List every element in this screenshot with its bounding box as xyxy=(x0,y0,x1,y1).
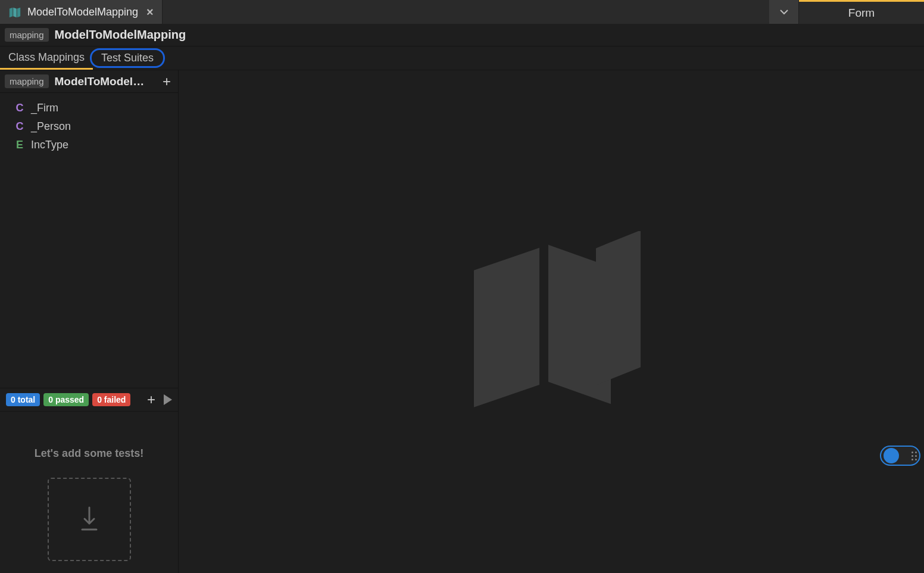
empty-tests-panel: Let's add some tests! xyxy=(0,412,178,573)
editor-tab[interactable]: ModelToModelMapping × xyxy=(0,0,163,24)
class-item-person[interactable]: C _Person xyxy=(8,117,170,136)
sidebar-type-badge: mapping xyxy=(5,74,49,88)
class-item-label: _Firm xyxy=(31,102,58,114)
chevron-down-icon xyxy=(779,9,789,15)
sidebar-header: mapping ModelToModelM... + xyxy=(0,70,178,93)
class-type-icon: C xyxy=(14,120,25,133)
class-item-label: IncType xyxy=(31,139,68,151)
map-icon xyxy=(8,5,21,18)
class-item-firm[interactable]: C _Firm xyxy=(8,99,170,117)
add-test-button[interactable]: + xyxy=(143,391,159,408)
empty-tests-message: Let's add some tests! xyxy=(12,447,166,460)
form-label: Form xyxy=(848,7,875,20)
drag-handle-icon xyxy=(911,451,917,460)
map-placeholder-icon xyxy=(438,231,664,412)
top-tab-bar: ModelToModelMapping × Form xyxy=(0,0,924,24)
add-test-dropzone[interactable] xyxy=(48,478,131,561)
add-class-mapping-button[interactable]: + xyxy=(155,73,178,90)
close-tab-button[interactable]: × xyxy=(144,5,156,19)
assistant-toggle[interactable] xyxy=(880,446,920,466)
tab-class-mappings-label: Class Mappings xyxy=(8,51,85,64)
sub-tabs: Class Mappings Test Suites xyxy=(0,46,924,70)
class-item-inctype[interactable]: E IncType xyxy=(8,136,170,154)
tab-test-suites[interactable]: Test Suites xyxy=(93,46,162,70)
page-title: ModelToModelMapping xyxy=(55,28,186,42)
stat-total-badge: 0 total xyxy=(6,393,40,406)
view-dropdown-button[interactable] xyxy=(769,0,799,24)
download-icon xyxy=(77,505,101,534)
stat-failed-badge: 0 failed xyxy=(92,393,130,406)
tab-title: ModelToModelMapping xyxy=(27,6,138,18)
breadcrumb: mapping ModelToModelMapping xyxy=(0,24,924,46)
sidebar-title: ModelToModelM... xyxy=(55,75,149,88)
element-type-badge: mapping xyxy=(5,28,49,42)
sidebar: mapping ModelToModelM... + C _Firm C _Pe… xyxy=(0,70,179,573)
class-type-icon: C xyxy=(14,102,25,114)
enum-type-icon: E xyxy=(14,139,25,151)
form-view-button[interactable]: Form xyxy=(799,0,924,24)
stat-passed-badge: 0 passed xyxy=(43,393,89,406)
class-list: C _Firm C _Person E IncType xyxy=(0,93,178,160)
tab-test-suites-label: Test Suites xyxy=(101,52,154,64)
test-stats-bar: 0 total 0 passed 0 failed + xyxy=(0,388,178,412)
run-tests-button[interactable] xyxy=(164,394,172,405)
class-item-label: _Person xyxy=(31,120,71,133)
tab-class-mappings[interactable]: Class Mappings xyxy=(0,46,93,70)
toggle-knob xyxy=(884,448,899,463)
main-canvas xyxy=(179,70,924,573)
